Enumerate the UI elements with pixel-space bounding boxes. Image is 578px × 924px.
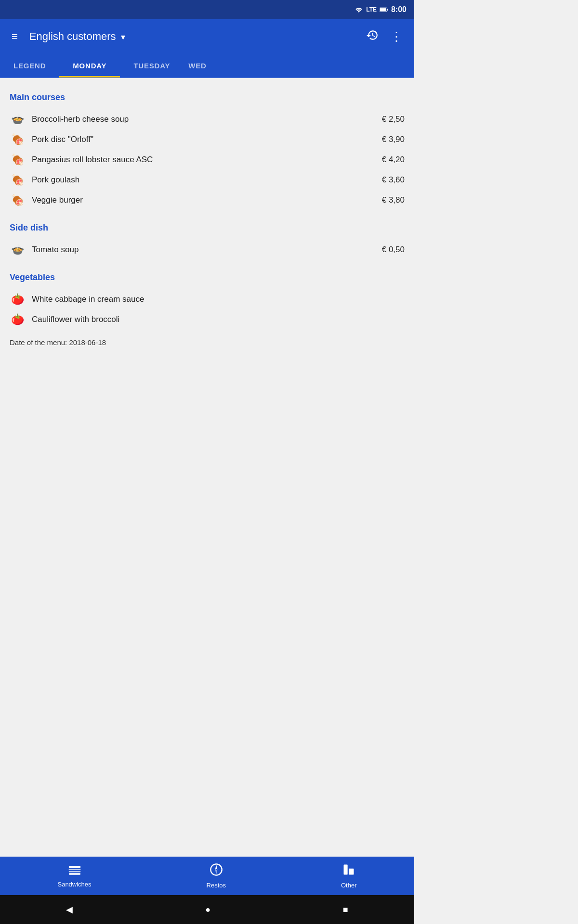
menu-date: Date of the menu: 2018-06-18 — [10, 338, 405, 346]
item-name: Pork goulash — [32, 175, 364, 185]
nav-sandwiches[interactable]: Sandwiches — [48, 860, 101, 892]
app-title: English customers ▾ — [29, 30, 355, 43]
list-item: 🍖 Pork disc "Orloff" € 3,90 — [10, 129, 405, 150]
item-price: € 0,50 — [371, 245, 405, 255]
app-bar: ≡ English customers ▾ ⋮ — [0, 19, 414, 54]
status-time: 8:00 — [391, 5, 407, 14]
section-side-dish-title: Side dish — [10, 223, 405, 233]
item-price: € 4,20 — [371, 155, 405, 165]
tab-monday[interactable]: MONDAY — [59, 54, 120, 77]
svg-marker-8 — [215, 865, 217, 870]
more-icon[interactable]: ⋮ — [386, 26, 407, 48]
tab-tuesday[interactable]: TUESDAY — [120, 54, 184, 77]
other-icon — [342, 863, 355, 880]
soup-icon: 🍲 — [10, 113, 25, 126]
svg-rect-3 — [68, 866, 80, 868]
item-name: Veggie burger — [32, 195, 364, 205]
item-name: Broccoli-herb cheese soup — [32, 115, 364, 124]
svg-rect-1 — [387, 9, 388, 11]
svg-rect-5 — [68, 871, 80, 873]
home-button[interactable]: ● — [205, 905, 210, 915]
section-main-courses-title: Main courses — [10, 92, 405, 103]
bottom-navigation: Sandwiches Restos Other — [0, 857, 414, 895]
tab-wednesday[interactable]: WED — [184, 54, 216, 77]
item-price: € 3,80 — [371, 195, 405, 205]
svg-marker-9 — [215, 870, 217, 875]
soup-icon: 🍲 — [10, 244, 25, 256]
history-icon[interactable] — [362, 25, 382, 48]
item-price: € 3,90 — [371, 135, 405, 144]
nav-restos[interactable]: Restos — [197, 859, 236, 893]
list-item: 🍅 White cabbage in cream sauce — [10, 289, 405, 309]
tomato-icon: 🍅 — [10, 293, 25, 306]
hamburger-icon[interactable]: ≡ — [8, 26, 22, 47]
list-item: 🍖 Pangasius roll lobster sauce ASC € 4,2… — [10, 150, 405, 170]
recents-button[interactable]: ■ — [343, 905, 348, 915]
item-name: White cabbage in cream sauce — [32, 295, 364, 304]
svg-rect-2 — [380, 8, 386, 11]
meat-icon: 🍖 — [10, 154, 25, 166]
tab-legend[interactable]: LEGEND — [0, 54, 59, 77]
svg-rect-10 — [344, 865, 348, 875]
item-name: Tomato soup — [32, 245, 364, 255]
item-name: Cauliflower with broccoli — [32, 315, 364, 324]
list-item: 🍅 Cauliflower with broccoli — [10, 309, 405, 330]
nav-restos-label: Restos — [207, 882, 226, 889]
nav-other-label: Other — [341, 882, 357, 889]
list-item: 🍲 Broccoli-herb cheese soup € 2,50 — [10, 109, 405, 129]
list-item: 🍲 Tomato soup € 0,50 — [10, 240, 405, 260]
lte-icon: LTE — [366, 6, 377, 13]
sandwich-icon — [68, 864, 81, 879]
section-vegetables-title: Vegetables — [10, 272, 405, 282]
status-icons: LTE 8:00 — [355, 5, 407, 14]
list-item: 🍖 Veggie burger € 3,80 — [10, 190, 405, 210]
item-price: € 2,50 — [371, 115, 405, 124]
item-price: € 3,60 — [371, 175, 405, 185]
back-button[interactable]: ◀ — [66, 904, 73, 915]
status-bar: LTE 8:00 — [0, 0, 414, 19]
svg-rect-4 — [68, 869, 80, 870]
item-name: Pangasius roll lobster sauce ASC — [32, 155, 364, 165]
dropdown-arrow-icon[interactable]: ▾ — [121, 32, 125, 42]
compass-icon — [210, 863, 223, 880]
menu-content: Main courses 🍲 Broccoli-herb cheese soup… — [0, 78, 414, 356]
meat-icon: 🍖 — [10, 194, 25, 206]
tomato-icon: 🍅 — [10, 313, 25, 326]
battery-icon — [380, 7, 388, 13]
list-item: 🍖 Pork goulash € 3,60 — [10, 170, 405, 190]
app-bar-actions: ⋮ — [362, 25, 407, 48]
nav-other[interactable]: Other — [331, 859, 367, 893]
wifi-icon — [355, 6, 363, 13]
nav-sandwiches-label: Sandwiches — [57, 881, 91, 888]
svg-rect-6 — [68, 873, 80, 875]
android-nav-bar: ◀ ● ■ — [0, 895, 414, 924]
meat-icon: 🍖 — [10, 174, 25, 186]
item-name: Pork disc "Orloff" — [32, 135, 364, 144]
svg-rect-11 — [349, 869, 354, 875]
meat-icon: 🍖 — [10, 133, 25, 146]
tabs-bar: LEGEND MONDAY TUESDAY WED — [0, 54, 414, 78]
